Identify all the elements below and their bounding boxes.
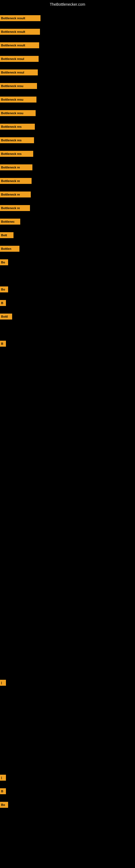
bottleneck-bar: Bottlen <box>0 246 19 252</box>
bottleneck-bar: Bo <box>0 259 8 265</box>
bottleneck-bar: B <box>0 788 6 794</box>
bottleneck-bar: Bo <box>0 802 8 808</box>
bottleneck-bar: | <box>0 775 6 781</box>
bottleneck-bar: Bo <box>0 286 8 292</box>
bottleneck-bar: Bottleneck resul <box>0 56 39 62</box>
bottleneck-bar: Bottleneck res <box>0 151 33 157</box>
bottleneck-bar: Bottleneck result <box>0 29 40 35</box>
bottleneck-bar: B <box>0 300 6 306</box>
bottleneck-bar: Bottl <box>0 314 12 319</box>
bottleneck-bar: Bottleneck resu <box>0 97 37 102</box>
bottleneck-bar: Bottleneck result <box>0 42 39 48</box>
bottleneck-bar: Bottleneck resu <box>0 83 37 89</box>
bottleneck-bar: | <box>0 680 6 686</box>
bottleneck-bar: Bottleneck resu <box>0 110 36 116</box>
site-title: TheBottlenecker.com <box>50 2 85 6</box>
bottleneck-bar: Bottleneck res <box>0 137 34 143</box>
bottleneck-bar: Bottleneck re <box>0 164 32 170</box>
bottleneck-bar: Bottleneck resul <box>0 69 38 75</box>
bottleneck-bar: Bottleneck result <box>0 15 41 21</box>
bottleneck-bar: Bottleneck re <box>0 191 31 197</box>
bottleneck-bar: B <box>0 341 6 347</box>
bottleneck-bar: Bottlenec <box>0 219 20 225</box>
bottleneck-bar: Bottleneck res <box>0 124 35 130</box>
bottleneck-bar: Bottleneck re <box>0 205 30 211</box>
bottleneck-bar: Bott <box>0 232 13 238</box>
bottleneck-bar: Bottleneck re <box>0 178 32 184</box>
